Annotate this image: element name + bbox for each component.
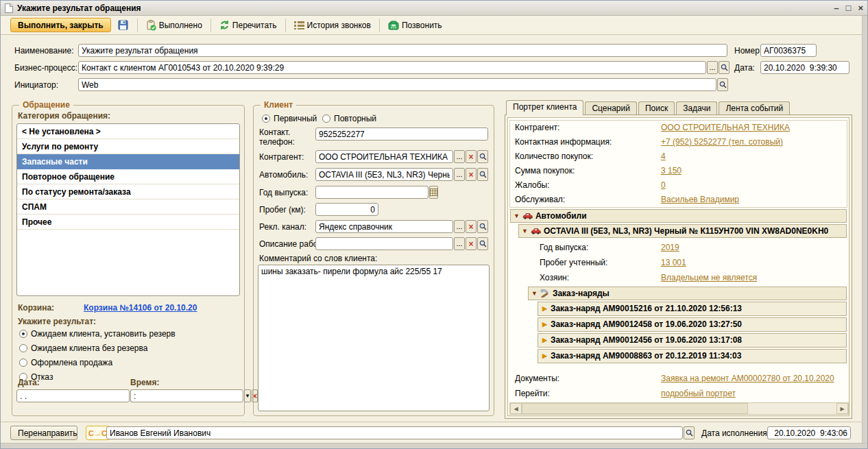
work-open-button[interactable] (477, 237, 488, 250)
category-item-selected[interactable]: Запасные части (17, 154, 239, 169)
scroll-left-button[interactable]: ◀ (510, 403, 522, 414)
car-select-button[interactable]: ... (454, 168, 465, 181)
collapsed-icon[interactable]: ▶ (542, 318, 547, 331)
car-row-value[interactable]: 13 001 (661, 256, 686, 270)
magnifier-icon (719, 81, 727, 88)
car-row-value[interactable]: Владельцем не является (661, 271, 757, 285)
comment-textarea[interactable]: шины заказать- пирели формула айс 225/55… (258, 265, 490, 411)
channel-open-button[interactable] (477, 220, 488, 233)
car-clear-button[interactable]: × (466, 168, 477, 181)
initiator-open-button[interactable] (717, 78, 728, 91)
maximize-button[interactable]: □ (846, 2, 852, 14)
collapsed-icon[interactable]: ▶ (542, 302, 547, 315)
year-calendar-button[interactable] (429, 186, 438, 199)
client-type-repeat[interactable]: Повторный (322, 114, 376, 123)
assignee-open-button[interactable] (684, 426, 695, 439)
collapsed-icon[interactable]: ▶ (542, 334, 547, 347)
exec-date-input[interactable] (767, 426, 851, 439)
portrait-row-value[interactable]: 4 (661, 149, 666, 164)
number-input[interactable] (760, 44, 817, 57)
result-option-no-reserve[interactable]: Ожидаем клиента без резерва (19, 343, 147, 353)
tab-client-portrait[interactable]: Портрет клиента (506, 100, 583, 115)
work-select-button[interactable]: ... (454, 237, 465, 250)
footer-separator (1, 422, 863, 422)
horizontal-scrollbar[interactable]: ◀ ▶ (509, 402, 849, 415)
date-input[interactable] (760, 61, 849, 74)
call-history-button[interactable]: История звонков (291, 19, 374, 32)
execute-close-button[interactable]: Выполнить, закрыть (10, 18, 111, 32)
scroll-right-button[interactable]: ▶ (836, 403, 848, 414)
scrollbar-track[interactable] (748, 403, 836, 414)
radio-icon (322, 114, 330, 123)
work-clear-button[interactable]: × (466, 237, 477, 250)
result-option-reserve[interactable]: Ожидаем клиента, установить резерв (19, 329, 176, 339)
channel-select-button[interactable]: ... (454, 220, 465, 233)
portrait-row-label: Количество покупок: (515, 149, 593, 164)
tab-event-feed[interactable]: Лента событий (719, 101, 790, 115)
car-row-value[interactable]: 2019 (661, 241, 679, 255)
car-input[interactable] (315, 168, 453, 181)
magnifier-icon (479, 223, 487, 230)
channel-clear-button[interactable]: × (466, 220, 477, 233)
assignee-input[interactable] (106, 426, 683, 439)
toolbar-separator (379, 19, 380, 32)
result-time-input[interactable] (130, 389, 243, 402)
order-item[interactable]: ▶ Заказ-наряд АМ90008863 от 20.12.2019 1… (538, 349, 847, 363)
category-item[interactable]: СПАМ (17, 199, 239, 215)
minimize-button[interactable]: – (834, 2, 839, 14)
tab-tasks[interactable]: Задачи (676, 101, 717, 115)
portrait-row-value[interactable]: 3 150 (661, 164, 682, 178)
save-button[interactable] (115, 18, 132, 33)
expand-icon[interactable]: ▼ (531, 287, 538, 300)
expand-icon[interactable]: ▼ (514, 210, 520, 222)
category-item[interactable]: Услуги по ремонту (17, 139, 239, 154)
order-item[interactable]: ▶ Заказ-наряд АМ90012458 от 19.06.2020 1… (538, 317, 847, 332)
category-item[interactable]: По статусу ремонта/заказа (17, 184, 239, 199)
redirect-button[interactable]: Перенаправить (10, 426, 77, 440)
tab-search[interactable]: Поиск (638, 101, 675, 115)
call-button[interactable]: Позвонить (385, 19, 445, 32)
contractor-clear-button[interactable]: × (466, 150, 477, 163)
category-item[interactable]: < Не установлена > (17, 124, 239, 139)
collapsed-icon[interactable]: ▶ (542, 350, 547, 363)
work-input[interactable] (315, 237, 453, 250)
category-item[interactable]: Прочее (17, 215, 239, 230)
process-input[interactable] (78, 61, 706, 74)
close-button[interactable]: × (858, 2, 863, 14)
result-time-dropdown-button[interactable]: ▼ (244, 389, 251, 402)
portrait-row-value[interactable]: 0 (661, 178, 666, 193)
phone-input[interactable] (315, 128, 488, 141)
cars-group-header[interactable]: ▼ Автомобили (510, 209, 847, 223)
goto-link[interactable]: подробный портрет (661, 387, 736, 401)
portrait-row-value[interactable]: +7 (952) 5252277 (тел. сотовый) (661, 135, 783, 149)
mileage-input[interactable] (315, 203, 378, 216)
name-input[interactable] (78, 44, 727, 57)
year-input[interactable] (315, 186, 429, 199)
order-item[interactable]: ▶ Заказ-наряд АМ90012456 от 19.06.2020 1… (538, 333, 847, 348)
process-open-button[interactable] (719, 61, 730, 74)
channel-input[interactable] (315, 220, 453, 233)
tab-scenario[interactable]: Сценарий (585, 101, 636, 115)
expand-icon[interactable]: ▼ (522, 225, 528, 237)
category-item[interactable]: Повторное обращение (17, 169, 239, 184)
process-select-button[interactable]: ... (707, 61, 718, 74)
result-option-sale[interactable]: Оформлена продажа (19, 358, 112, 367)
car-open-button[interactable] (477, 168, 488, 181)
result-date-input[interactable] (16, 389, 130, 402)
car-header[interactable]: ▼ OCTAVIA III (5E3, NL3, NR3) Черный № К… (518, 224, 847, 238)
done-button[interactable]: Выполнено (143, 19, 205, 32)
orders-group-header[interactable]: ▼ Заказ-наряды (528, 287, 847, 300)
scrollbar-thumb[interactable] (522, 403, 748, 414)
portrait-row-value[interactable]: ООО СТРОИТЕЛЬНАЯ ТЕХНИКА (661, 121, 790, 135)
reread-button[interactable]: Перечитать (217, 19, 280, 32)
initiator-input[interactable] (78, 78, 716, 91)
documents-link[interactable]: Заявка на ремонт АМ00002780 от 20.10.202… (661, 372, 834, 386)
basket-link[interactable]: Корзина №14106 от 20.10.20 (84, 303, 197, 313)
order-item[interactable]: ▶ Заказ-наряд АМ90015216 от 21.10.2020 1… (538, 302, 847, 316)
phone-label: Контакт. (259, 128, 290, 137)
contractor-input[interactable] (315, 150, 453, 163)
client-type-primary[interactable]: Первичный (262, 114, 317, 123)
contractor-select-button[interactable]: ... (454, 150, 465, 163)
contractor-open-button[interactable] (477, 150, 488, 163)
portrait-row-value[interactable]: Васильев Владимир (661, 193, 739, 207)
